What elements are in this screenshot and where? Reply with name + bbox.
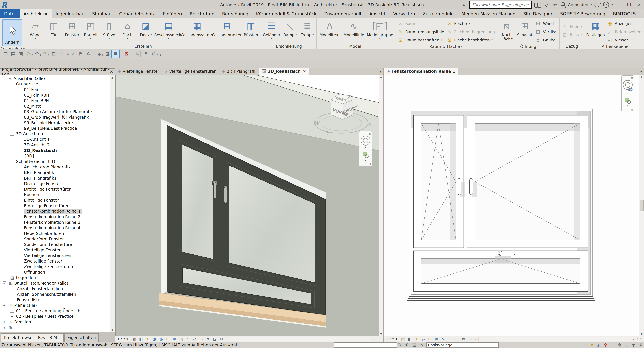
tree-item[interactable]: Zweiteilige Fenstertüren (0, 264, 115, 269)
temporary-hide-icon[interactable]: ∿ (185, 337, 191, 342)
help-icon[interactable]: ? (603, 2, 609, 8)
tree-item[interactable]: 01_Fein RPH (0, 98, 115, 103)
visual-style-icon[interactable]: ◧ (407, 337, 413, 342)
crop-region-icon[interactable]: ⊞ (434, 337, 440, 342)
tree-item[interactable]: 03_Grob Tragwerk für Plangrafik (0, 114, 115, 120)
tab-sofistik[interactable]: SOFiSTiK Bewehrung (556, 9, 609, 18)
unlock-view-icon[interactable]: ◫ (178, 337, 184, 342)
keyboard-shortcuts-icon[interactable]: ⚑ (142, 50, 150, 58)
tree-item[interactable]: Fensterkombination Reihe 4 (0, 225, 115, 231)
tree-item[interactable]: +◫Familien (0, 319, 115, 325)
tab-architektur[interactable]: Architektur (20, 9, 52, 18)
tree-item[interactable]: Sonderform Fenster (0, 236, 115, 242)
text-icon[interactable]: A (84, 50, 92, 58)
save-icon[interactable]: ▣ (17, 50, 25, 58)
tab-mengen[interactable]: Mengen-Massen-Flächen (458, 9, 519, 18)
scroll-left-icon[interactable]: ‹ (474, 337, 478, 341)
tree-item[interactable]: 99_Beispiele/Best Practice (0, 126, 115, 131)
tag-icon[interactable]: ⚑ (77, 50, 84, 58)
tree-item[interactable]: +02 - Beispiele / Best Practice (0, 314, 115, 319)
analytical-model-icon[interactable]: ⚑ (460, 337, 466, 342)
crop-view-icon[interactable]: ⊡ (165, 337, 171, 342)
tab-aendern[interactable]: Ändern (640, 9, 644, 18)
view-tab[interactable]: ◈BRH Plangrafik (220, 68, 260, 75)
aligned-dimension-icon[interactable]: ↗ (69, 50, 77, 58)
wheel-caret-icon[interactable]: ▾ (365, 146, 366, 149)
wheel-caret-icon[interactable]: ▾ (627, 91, 628, 94)
tree-item[interactable]: Öffnungen (0, 269, 115, 275)
tree-item[interactable]: 99_Beispiel Nurglasecke (0, 120, 115, 126)
tree-item[interactable]: Fensterliste (0, 297, 115, 303)
temporary-view-properties-icon[interactable]: ▭ (198, 337, 204, 342)
minimize-button[interactable]: ─ (615, 2, 623, 7)
tuer-button[interactable]: ◫Tür (44, 19, 63, 37)
close-view-icon[interactable]: ✕ (303, 69, 306, 73)
tab-eigenschaften[interactable]: Eigenschaften (64, 334, 99, 342)
vertical-scrollbar-left[interactable]: ▲▼ (378, 75, 384, 336)
pfosten-button[interactable]: ▥Pfosten (242, 19, 260, 37)
active-option-arrow-icon[interactable]: ↖ (420, 343, 424, 347)
fassadensystem-button[interactable]: ▦Fassadensystem (182, 19, 212, 37)
tree-item[interactable]: Fensterkombination Reihe 3 (0, 220, 115, 225)
view-tab-active[interactable]: ◈Fensterkombination Reihe 1 (384, 68, 458, 75)
tree-item[interactable]: Ansicht grob Plangrafik (0, 164, 115, 170)
tree-item-selected[interactable]: Fensterkombination Reihe 1 (0, 209, 115, 214)
view-tab[interactable]: ◈Vierteilige Fenster (116, 68, 162, 75)
gaube-button[interactable]: ⌂Gaube (534, 36, 558, 44)
tab-beschriften[interactable]: Beschriften (186, 9, 218, 18)
flaeche-beschriften-button[interactable]: ⊠Fläche beschriften▾ (445, 36, 496, 44)
browser-close-icon[interactable]: ✕ (110, 69, 113, 74)
view-tab[interactable]: ◈Vierteilige Fenstertüren (162, 68, 220, 75)
scroll-right-icon[interactable]: › (371, 337, 375, 341)
zoom-caret-icon[interactable]: ▾ (365, 159, 366, 162)
browser-scrollbar[interactable]: ▲▼ (110, 75, 115, 332)
crop-view-icon[interactable]: ⊡ (427, 337, 433, 342)
tree-item[interactable]: Hebe-Schiebe-Türen (0, 231, 115, 236)
nach-flaeche-button[interactable]: ⧅Nach Fläche (498, 19, 516, 41)
modify-button[interactable]: Ändern (2, 19, 22, 46)
communication-center-icon[interactable]: ◇ (544, 2, 550, 7)
tree-item[interactable]: 3D-Ansicht 2 (0, 142, 115, 148)
tab-stahlbau[interactable]: Stahlbau (88, 9, 115, 18)
navbar-collapse-icon[interactable]: ⊖ (368, 162, 371, 166)
tab-projektbrowser[interactable]: Projektbrowser - Revit BIM... (1, 334, 64, 342)
dach-button[interactable]: ⌂Dach▾ (118, 19, 137, 40)
raumtrennungslinie-button[interactable]: ✎Raumtrennungslinie (396, 28, 445, 36)
shadows-icon[interactable]: ◎ (420, 337, 426, 342)
tree-item[interactable]: Zweiteilige Fenster (0, 258, 115, 264)
help-caret-icon[interactable]: ▾ (612, 3, 613, 6)
restore-button[interactable]: ❐ (625, 2, 633, 7)
scale-button[interactable]: 1 : 50 (386, 337, 397, 341)
tree-item[interactable]: Einteilige Fenster (0, 197, 115, 203)
raum-beschriften-button[interactable]: ⊡Raum beschriften▾ (396, 36, 445, 44)
sun-path-icon[interactable]: ☀ (144, 337, 151, 342)
scroll-thumb[interactable] (640, 200, 644, 211)
close-button[interactable]: ✕ (635, 2, 643, 7)
fenster-button[interactable]: ⊞Fenster (63, 19, 81, 37)
select-pinned-icon[interactable]: ⚲ (604, 343, 607, 348)
geschossdecke-button[interactable]: ▤Geschossdecke▾ (155, 19, 182, 40)
constraints-icon[interactable]: ⊟ (467, 337, 473, 342)
tree-item[interactable]: 01_Fein RBH (0, 92, 115, 98)
tree-item[interactable]: 03_Grob Architektur für Plangrafik (0, 109, 115, 114)
modelllinie-button[interactable]: ∿Modelllinie (342, 19, 366, 37)
tree-item[interactable]: 01_Fein (0, 87, 115, 92)
festlegen-button[interactable]: ▦Festlegen (585, 19, 606, 37)
navbar-close-icon[interactable]: ⊗ (631, 76, 633, 80)
section-icon[interactable]: ◪ (104, 50, 112, 58)
navigation-bar-3d[interactable]: ⊗ ▾ ▾ ⊖ (359, 131, 372, 166)
tree-item[interactable]: Vierteilige Fenstertüren (0, 253, 115, 258)
workset-dropdown[interactable]: ˅ (334, 343, 397, 348)
navbar-close-icon[interactable]: ⊗ (368, 132, 371, 135)
tab-zusatzmodule[interactable]: Zusatzmodule (419, 9, 458, 18)
select-links-icon[interactable]: ∞ (590, 343, 594, 348)
horizontal-scrollbar-right[interactable] (478, 337, 631, 342)
tab-bimtools[interactable]: BiMTOOLS (609, 9, 640, 18)
tree-item[interactable]: BRH Plangrafik (0, 170, 115, 175)
view-tab-active[interactable]: 3D_Realistisch✕ (259, 68, 309, 75)
oeffnung-wand-button[interactable]: ⊟Wand (534, 19, 558, 28)
tab-berechnung[interactable]: Berechnung (218, 9, 252, 18)
tree-item[interactable]: −◈Ansichten (alle) (0, 76, 115, 81)
pane-grip[interactable]: ⋮⋮ (636, 338, 642, 341)
account-icon[interactable] (560, 2, 566, 7)
